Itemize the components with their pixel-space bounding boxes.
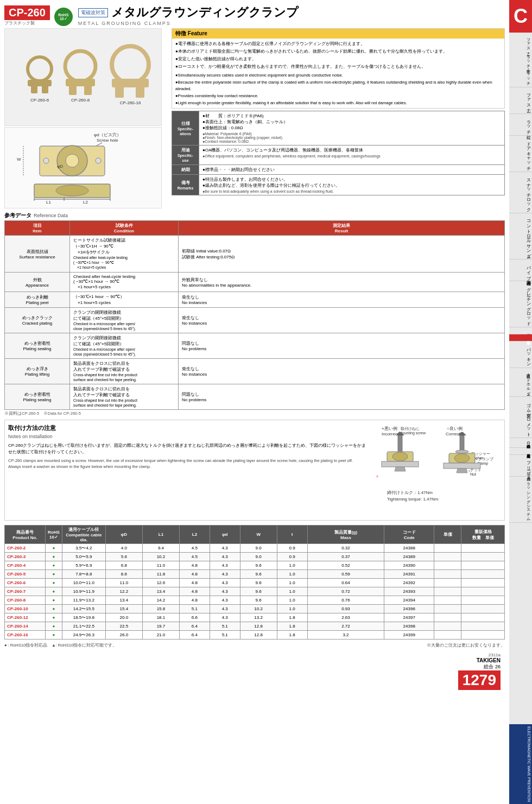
table-row: CP-260-10 ● 14.2〜15.5 15.4 15.8 5.1 4.3 … xyxy=(5,605,505,613)
pt-code: 24390 xyxy=(384,561,434,570)
pt-L1: 13.4 xyxy=(142,587,179,596)
pt-bulk xyxy=(461,596,505,605)
sidebar-section-snatch: スナッチロック xyxy=(509,172,532,213)
product-photo: CP-260-6 CP-260-8 xyxy=(4,28,162,126)
product-title-en: METAL GROUNDING CLAMPS xyxy=(78,21,299,26)
pt-cable: 21.1〜22.5 xyxy=(62,622,105,631)
pt-rohs: ● xyxy=(46,605,62,613)
features-box: 特徴 Feature ●電子機器に使用される各種ケーブルの固定と伝導ノイズのグラ… xyxy=(172,28,505,109)
pt-col-W: W xyxy=(240,526,277,544)
pt-L1: 14.2 xyxy=(142,596,179,605)
pt-t: 1.8 xyxy=(277,622,307,631)
ref-row-7-condition: 製品表面をクロスに切れ目を入れてテープ剥離で確認するCross-shaped l… xyxy=(70,384,179,410)
rohs-footnote: ● : RoHS10指令対応品 ▲: RoHS10指令に対応可能です。 xyxy=(4,643,117,648)
pt-phiD: 11.0 xyxy=(105,579,142,587)
table-row: CP-260-4 ● 5.9〜6.9 6.8 11.0 4.8 4.3 9.6 … xyxy=(5,561,505,570)
product-table-section: 商品番号Product No. RoHS10✓ 適用ケーブル径Compatibl… xyxy=(4,525,505,640)
table-row: CP-260-2 ● 3.5〜4.2 4.0 9.4 4.5 4.3 9.0 0… xyxy=(5,544,505,553)
svg-marker-61 xyxy=(457,469,467,473)
svg-text:Correct: Correct xyxy=(446,432,460,436)
pt-bulk xyxy=(461,579,505,587)
svg-marker-44 xyxy=(395,467,406,471)
pt-t: 1.0 xyxy=(277,570,307,579)
pt-mass: 0.32 xyxy=(307,544,384,553)
pt-phiD: 4.0 xyxy=(105,544,142,553)
ref-data-title-row: 参考データ Reference Data xyxy=(4,212,505,219)
pt-unit xyxy=(434,570,461,579)
pt-phiD: 6.8 xyxy=(105,561,142,570)
pt-t: 0.9 xyxy=(277,553,307,561)
pt-W: 10.2 xyxy=(240,605,277,613)
pt-rohs: ● xyxy=(46,570,62,579)
specs-table: 仕様Specific-ations ●材 質：ポリアミド６(PA6) ●表面仕上… xyxy=(172,111,505,195)
sidebar-section-hinge: 工業用蝶番 xyxy=(509,327,532,334)
svg-point-42 xyxy=(392,452,408,461)
ref-row-1-condition: ヒートサイクル試験後確認（−30℃×1H → 90℃ ×1Hを5サイクルChec… xyxy=(70,236,179,273)
pt-mass: 0.52 xyxy=(307,561,384,570)
pt-bulk xyxy=(461,544,505,553)
spec-row-value-1: ●材 質：ポリアミド６(PA6) ●表面仕上：無電解めっき（銅、ニッケル） ●接… xyxy=(199,111,505,145)
pt-mass: 2.63 xyxy=(307,613,384,622)
pt-col-L2: L2 xyxy=(180,526,210,544)
pt-col-bulk: 量販価格数量 単価 xyxy=(461,526,505,544)
svg-point-22 xyxy=(96,158,101,163)
pt-t: 1.0 xyxy=(277,579,307,587)
pt-L2: 4.8 xyxy=(180,570,210,579)
pt-col-L1: L1 xyxy=(142,526,179,544)
ref-footnote: ※資料はCP-260-5 ※Data for CP-260-5 xyxy=(4,411,505,416)
feature-en-1: ●Simultaneously secures cables used in e… xyxy=(175,72,501,78)
sidebar-section-freezer: フリーザー金具 xyxy=(509,455,532,477)
pt-rohs: ● xyxy=(46,596,62,605)
pt-col-code: コードCode xyxy=(384,526,434,544)
pt-cable: 14.2〜15.5 xyxy=(62,605,105,613)
spec-row-label-1: 仕様Specific-ations xyxy=(172,111,199,145)
install-title-jp: 取付け方法の注意 xyxy=(8,423,366,433)
sidebar-section-lashing: ラッシングシステム xyxy=(509,477,532,523)
pt-mass: 0.72 xyxy=(307,587,384,596)
bulk-footnote: ※大量のご注文は更にお安くなります。 xyxy=(427,643,505,648)
ref-row-5-result: 問題なしNo problems xyxy=(179,333,505,359)
pt-W: 9.6 xyxy=(240,561,277,570)
svg-text:Nut: Nut xyxy=(470,472,476,476)
header: CP-260 プラスチック製 RoHS10✓ 電磁波対策 メタルグラウンディング… xyxy=(4,4,505,26)
pt-unit xyxy=(434,553,461,561)
install-text-en: CP-260 clamps are mounted using a screw.… xyxy=(8,458,366,470)
ref-data-title-jp: 参考データ xyxy=(4,212,31,219)
pt-L1: 11.8 xyxy=(142,570,179,579)
pt-pn: CP-260-10 xyxy=(5,605,46,613)
pt-L2: 6.4 xyxy=(180,622,210,631)
ref-row-4-result: 発生なしNo instances xyxy=(179,308,505,333)
pt-code: 24399 xyxy=(384,631,434,640)
pt-col-phid: φd xyxy=(210,526,240,544)
pt-pn: CP-260-6 xyxy=(5,579,46,587)
pt-cable: 24.9〜26.3 xyxy=(62,631,105,640)
pt-phid: 4.3 xyxy=(210,570,240,579)
pt-W: 9.6 xyxy=(240,596,277,605)
ref-row-5-condition: クランプの開閉後顕微鏡にて確認（45°×5回開閉）Checked in a mi… xyxy=(70,333,179,359)
install-text-jp: CP-260クランプはねじを用いて取付けを行いますが、固定の際に過大なトルクを掛… xyxy=(8,442,366,455)
pt-W: 9.6 xyxy=(240,570,277,579)
ref-row-6-result: 発生なしNo instances xyxy=(179,359,505,384)
pt-unit xyxy=(434,579,461,587)
main-content: CP-260 プラスチック製 RoHS10✓ 電磁波対策 メタルグラウンディング… xyxy=(0,0,509,694)
sidebar-section-door: ドアキャッチ xyxy=(509,136,532,172)
svg-point-27 xyxy=(56,185,88,196)
svg-rect-39 xyxy=(398,435,402,452)
ref-row-7-result: 問題なしNo problems xyxy=(179,384,505,410)
sidebar-section-internal: 内辺機器（C） xyxy=(509,438,532,448)
pt-mass: 0.59 xyxy=(307,570,384,579)
pt-bulk xyxy=(461,553,505,561)
pt-phiD: 15.4 xyxy=(105,605,142,613)
pt-L1: 12.6 xyxy=(142,579,179,587)
brand-label: TAKIGEN xyxy=(458,657,501,663)
svg-text:L2: L2 xyxy=(83,200,88,205)
pt-phiD: 26.0 xyxy=(105,631,142,640)
pt-phiD: 5.6 xyxy=(105,553,142,561)
svg-point-54 xyxy=(455,450,468,453)
svg-text:×悪い例: ×悪い例 xyxy=(382,426,397,431)
feature-jp-2: ●本体のポリアミド樹脂全面に均一な無電解めっきがされているため、抜群のシールド効… xyxy=(175,48,501,55)
pt-phiD: 13.4 xyxy=(105,596,142,605)
svg-text:Tightening torque: 1.47Nm: Tightening torque: 1.47Nm xyxy=(387,497,439,502)
pt-mass: 2.72 xyxy=(307,622,384,631)
pt-L2: 5.1 xyxy=(180,605,210,613)
